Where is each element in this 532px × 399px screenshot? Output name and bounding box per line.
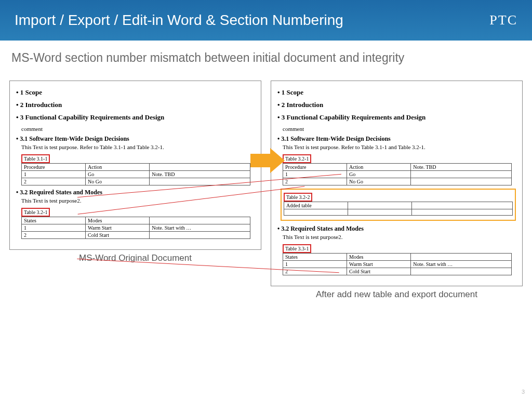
right-doc-caption: After add new table and export document <box>271 289 523 300</box>
left-doc-column: 1 Scope 2 Introduction 3 Functional Capa… <box>9 81 261 300</box>
heading-scope: 1 Scope <box>16 88 255 97</box>
heading-32: 3.2 Required States and Modes <box>277 225 516 233</box>
para-31: This Text is test purpose. Refer to Tabl… <box>283 144 516 150</box>
para-32: This Text is test purpose2. <box>21 197 255 204</box>
page-number: 3 <box>522 389 525 395</box>
heading-scope: 1 Scope <box>277 88 516 97</box>
heading-31: 3.1 Software Item-Wide Design Decisions <box>277 135 516 143</box>
table-caption-331-shifted: Table 3.3-1 <box>283 244 311 253</box>
comment-text: comment <box>283 126 516 132</box>
heading-32: 3.2 Required States and Modes <box>16 189 255 196</box>
table-311: ProcedureAction 1GoNote. TBD 2No Go <box>21 163 250 185</box>
table-322-added: Added table <box>284 202 513 216</box>
table-caption-311: Table 3.1-1 <box>21 154 50 163</box>
left-doc-panel: 1 Scope 2 Introduction 3 Functional Capa… <box>9 81 261 250</box>
comment-text: comment <box>21 126 255 132</box>
table-331-shifted: StatesModes 1Warm StartNote. Start with … <box>283 253 512 275</box>
ptc-logo: PTC <box>489 12 517 28</box>
right-doc-column: 1 Scope 2 Introduction 3 Functional Capa… <box>271 81 523 300</box>
right-doc-panel: 1 Scope 2 Introduction 3 Functional Capa… <box>271 81 523 286</box>
heading-intro: 2 Introduction <box>277 101 516 109</box>
heading-func: 3 Functional Capability Requirements and… <box>277 113 516 122</box>
table-caption-322: Table 3.2-2 <box>284 193 312 202</box>
table-caption-321: Table 3.2-1 <box>21 208 50 217</box>
table-321-shifted: ProcedureActionNote. TBD 1Go 2No Go <box>283 163 512 185</box>
document-compare-row: 1 Scope 2 Introduction 3 Functional Capa… <box>9 81 523 300</box>
added-table-highlight: Table 3.2-2 Added table <box>281 189 516 221</box>
slide-header: Import / Export / Edit-in Word & Section… <box>0 0 532 41</box>
slide-title: Import / Export / Edit-in Word & Section… <box>15 12 343 29</box>
para-32: This Text is test purpose2. <box>283 234 516 240</box>
slide-subtitle: MS-Word section number mismatch between … <box>11 51 532 65</box>
arrow-icon <box>250 148 288 173</box>
heading-intro: 2 Introduction <box>16 101 255 109</box>
heading-31: 3.1 Software Item-Wide Design Decisions <box>16 135 255 143</box>
para-31: This Text is test purpose. Refer to Tabl… <box>21 144 255 150</box>
table-321: StatesModes 1Warm StartNote. Start with … <box>21 217 250 239</box>
heading-func: 3 Functional Capability Requirements and… <box>16 113 255 122</box>
